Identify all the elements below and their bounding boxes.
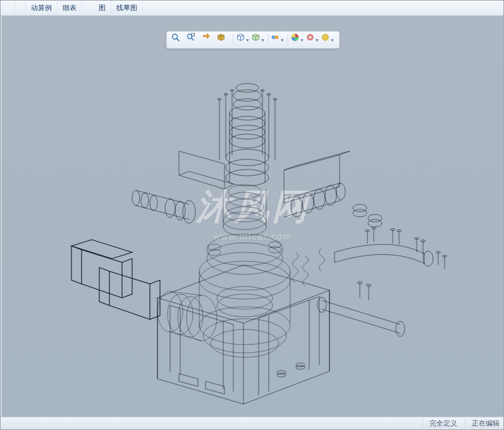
svg-point-20	[211, 329, 279, 357]
svg-point-51	[175, 201, 185, 220]
svg-point-19	[203, 319, 286, 353]
graphics-canvas[interactable]: ▼ ▼ ▼ ▼ ▼ ▼ 沐风网 www.mfcar.com	[2, 16, 503, 417]
svg-point-15	[199, 261, 290, 299]
svg-point-0	[172, 34, 177, 39]
svg-point-53	[291, 197, 302, 217]
svg-point-48	[141, 193, 149, 208]
svg-point-39	[261, 90, 264, 92]
zoom-prev-icon[interactable]	[201, 33, 215, 47]
svg-point-52	[183, 200, 195, 223]
svg-point-34	[226, 149, 269, 166]
status-editing: 正在编辑	[465, 419, 500, 428]
view-settings-icon[interactable]: ▼	[321, 33, 335, 47]
svg-point-61	[368, 214, 382, 222]
ribbon-wireframe-sketch[interactable]: 线草图	[111, 1, 143, 15]
svg-point-25	[228, 192, 261, 206]
workspace: ▼ ▼ ▼ ▼ ▼ ▼ 沐风网 www.mfcar.com	[1, 16, 503, 417]
svg-point-45	[178, 297, 203, 337]
svg-point-77	[269, 247, 281, 253]
ribbon-motion-study[interactable]: 动算例	[26, 1, 58, 15]
display-style-icon[interactable]: ▼	[251, 33, 265, 47]
svg-point-63	[366, 230, 370, 231]
svg-point-14	[199, 252, 290, 290]
svg-point-65	[391, 228, 395, 230]
svg-point-72	[317, 297, 326, 312]
watermark-sub: www.mfcar.com	[196, 231, 310, 242]
svg-point-67	[415, 237, 419, 239]
svg-point-26	[228, 185, 261, 199]
svg-point-30	[230, 106, 265, 120]
zoom-area-icon[interactable]	[186, 33, 200, 47]
svg-point-27	[236, 83, 259, 92]
apply-scene-icon[interactable]: ▼	[305, 33, 319, 47]
chevron-down-icon: ▼	[261, 38, 265, 42]
svg-point-47	[132, 190, 140, 206]
chevron-down-icon: ▼	[245, 38, 250, 42]
ribbon-item-1[interactable]	[15, 1, 26, 15]
svg-point-54	[302, 193, 314, 213]
svg-point-76	[208, 244, 221, 250]
svg-point-58	[353, 209, 367, 217]
svg-point-73	[357, 281, 362, 284]
chevron-down-icon: ▼	[280, 38, 285, 42]
ribbon-drawing[interactable]: 图	[94, 1, 111, 15]
chevron-down-icon: ▼	[330, 38, 335, 42]
svg-point-78	[269, 242, 281, 248]
svg-point-37	[224, 94, 228, 95]
svg-point-11	[296, 363, 305, 367]
svg-line-1	[176, 39, 179, 41]
edit-appearance-icon[interactable]: ▼	[290, 33, 304, 47]
svg-point-71	[396, 321, 405, 336]
watermark: 沐风网 www.mfcar.com	[196, 183, 310, 242]
svg-point-62	[423, 251, 433, 266]
status-fully-defined: 完全定义	[422, 419, 457, 428]
chevron-down-icon: ▼	[300, 38, 304, 42]
svg-point-68	[421, 240, 426, 242]
svg-point-70	[443, 255, 447, 257]
svg-point-21	[223, 218, 266, 236]
watermark-main: 沐风网	[196, 187, 310, 226]
svg-point-66	[397, 230, 402, 231]
view-orient-icon[interactable]: ▼	[236, 33, 250, 47]
svg-point-36	[226, 169, 269, 186]
svg-point-17	[207, 234, 283, 266]
svg-point-64	[372, 227, 376, 229]
svg-point-16	[207, 243, 283, 274]
svg-point-6	[274, 35, 278, 39]
ribbon-bar: 动算例 细表 图 线草图	[1, 1, 503, 16]
svg-point-35	[226, 159, 269, 176]
ribbon-item-0[interactable]	[4, 1, 15, 15]
svg-point-59	[353, 204, 367, 212]
app-window: 动算例 细表 图 线草图 ▼ ▼ ▼ ▼ ▼ ▼	[0, 0, 504, 430]
section-view-icon[interactable]	[216, 33, 230, 47]
svg-point-60	[368, 219, 382, 227]
svg-line-3	[191, 38, 194, 40]
svg-point-9	[322, 34, 328, 40]
svg-point-32	[230, 125, 265, 139]
svg-point-49	[150, 195, 157, 211]
zoom-fit-icon[interactable]	[171, 33, 185, 47]
svg-point-8	[307, 34, 313, 40]
ribbon-detail-table[interactable]: 细表	[58, 1, 82, 15]
hide-show-icon[interactable]: ▼	[271, 33, 285, 47]
svg-point-23	[226, 207, 264, 222]
svg-point-56	[325, 185, 336, 206]
chevron-down-icon: ▼	[315, 38, 319, 42]
svg-point-13	[277, 371, 286, 374]
svg-point-79	[217, 286, 273, 309]
svg-point-46	[187, 295, 217, 341]
status-bar: 完全定义 正在编辑	[1, 417, 503, 429]
svg-point-10	[296, 366, 305, 369]
svg-point-29	[233, 99, 261, 110]
svg-point-33	[230, 134, 265, 148]
svg-point-43	[157, 292, 183, 332]
svg-point-50	[165, 199, 175, 218]
svg-point-40	[267, 94, 271, 95]
svg-point-22	[223, 212, 266, 230]
svg-point-74	[366, 284, 371, 286]
svg-point-18	[199, 307, 290, 345]
svg-point-57	[336, 183, 345, 200]
svg-point-44	[168, 294, 193, 335]
svg-point-42	[218, 99, 221, 101]
svg-point-69	[436, 251, 441, 253]
